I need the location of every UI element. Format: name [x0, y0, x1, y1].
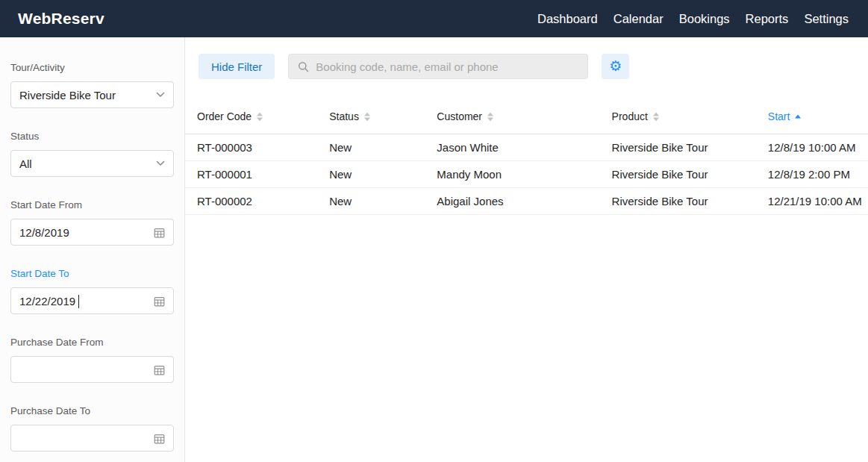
page-body: Tour/Activity Riverside Bike Tour Status…: [0, 37, 868, 462]
table-header: Order Code Status Customer Product: [185, 99, 868, 134]
filter-start-date-to: Start Date To: [10, 268, 174, 314]
settings-gear-button[interactable]: ⚙: [602, 54, 629, 79]
status-label: Status: [10, 131, 174, 142]
col-header-order-code[interactable]: Order Code: [185, 99, 317, 134]
main-nav: Dashboard Calendar Bookings Reports Sett…: [537, 12, 849, 26]
nav-bookings[interactable]: Bookings: [679, 12, 730, 26]
sort-icons: [257, 112, 263, 121]
start-date-to-field: [10, 287, 174, 314]
purchase-date-to-label: Purchase Date To: [10, 405, 174, 416]
col-label: Product: [612, 110, 648, 122]
cell-order-code: RT-000001: [185, 160, 317, 187]
start-date-from-input[interactable]: [19, 226, 154, 239]
sort-icons: [364, 112, 370, 121]
cell-product: Riverside Bike Tour: [600, 187, 756, 214]
filter-tour-activity: Tour/Activity Riverside Bike Tour: [10, 62, 174, 108]
main-content: Hide Filter ⚙ Order Code: [185, 37, 868, 462]
status-value: All: [19, 157, 156, 170]
col-header-product[interactable]: Product: [600, 99, 756, 134]
table-body: RT-000003 New Jason White Riverside Bike…: [185, 134, 868, 214]
purchase-date-to-input[interactable]: [19, 432, 154, 445]
filter-status: Status All: [10, 131, 174, 177]
chevron-down-icon: [156, 160, 165, 166]
cell-start: 12/8/19 2:00 PM: [756, 160, 868, 187]
cell-customer: Mandy Moon: [425, 160, 599, 187]
tour-activity-label: Tour/Activity: [10, 62, 174, 73]
gear-icon: ⚙: [609, 54, 622, 79]
tour-activity-value: Riverside Bike Tour: [19, 89, 156, 102]
nav-reports[interactable]: Reports: [746, 12, 789, 26]
col-label: Status: [329, 110, 359, 122]
brand-logo[interactable]: WebReserv: [18, 10, 104, 28]
sort-icons: [653, 112, 659, 121]
cell-status: New: [317, 187, 425, 214]
top-navbar: WebReserv Dashboard Calendar Bookings Re…: [0, 0, 868, 37]
tour-activity-select[interactable]: Riverside Bike Tour: [10, 81, 174, 108]
sort-icons: [487, 112, 493, 121]
cell-order-code: RT-000003: [185, 134, 317, 160]
calendar-icon[interactable]: [154, 227, 165, 238]
table-row[interactable]: RT-000001 New Mandy Moon Riverside Bike …: [185, 160, 868, 187]
col-label: Start: [768, 110, 790, 122]
status-select[interactable]: All: [10, 150, 174, 177]
nav-settings[interactable]: Settings: [804, 12, 849, 26]
cell-product: Riverside Bike Tour: [600, 160, 756, 187]
filter-purchase-date-to: Purchase Date To: [10, 405, 174, 452]
col-label: Order Code: [197, 110, 252, 122]
purchase-date-to-field: [10, 425, 174, 452]
toolbar: Hide Filter ⚙: [185, 37, 868, 79]
start-date-from-field: [10, 219, 174, 246]
cell-customer: Abigail Jones: [425, 187, 599, 214]
col-header-customer[interactable]: Customer: [425, 99, 599, 134]
nav-dashboard[interactable]: Dashboard: [537, 12, 598, 26]
purchase-date-from-input[interactable]: [19, 363, 154, 376]
cell-product: Riverside Bike Tour: [600, 134, 756, 160]
table-row[interactable]: RT-000003 New Jason White Riverside Bike…: [185, 134, 868, 160]
start-date-to-label: Start Date To: [10, 268, 174, 279]
nav-calendar[interactable]: Calendar: [613, 12, 664, 26]
purchase-date-from-field: [10, 356, 174, 383]
purchase-date-from-label: Purchase Date From: [10, 337, 174, 348]
col-header-status[interactable]: Status: [317, 99, 425, 134]
bookings-table: Order Code Status Customer Product: [185, 99, 868, 215]
search-box: [288, 54, 588, 79]
cell-start: 12/8/19 10:00 AM: [756, 134, 868, 160]
calendar-icon[interactable]: [154, 364, 165, 375]
start-date-to-input[interactable]: [19, 295, 154, 308]
col-header-start[interactable]: Start: [756, 99, 868, 134]
cell-customer: Jason White: [425, 134, 599, 160]
calendar-icon[interactable]: [154, 296, 165, 307]
table-row[interactable]: RT-000002 New Abigail Jones Riverside Bi…: [185, 187, 868, 214]
text-cursor: [78, 295, 79, 308]
hide-filter-button[interactable]: Hide Filter: [199, 54, 275, 79]
filter-purchase-date-from: Purchase Date From: [10, 337, 174, 383]
sort-asc-icon: [795, 115, 801, 119]
filter-start-date-from: Start Date From: [10, 199, 174, 246]
chevron-down-icon: [156, 92, 165, 98]
filter-sidebar: Tour/Activity Riverside Bike Tour Status…: [0, 37, 185, 462]
cell-status: New: [317, 134, 425, 160]
search-icon: [298, 61, 309, 72]
cell-start: 12/21/19 10:00 AM: [756, 187, 868, 214]
start-date-from-label: Start Date From: [10, 199, 174, 210]
cell-status: New: [317, 160, 425, 187]
search-input[interactable]: [316, 60, 578, 73]
col-label: Customer: [437, 110, 482, 122]
cell-order-code: RT-000002: [185, 187, 317, 214]
calendar-icon[interactable]: [154, 433, 165, 444]
